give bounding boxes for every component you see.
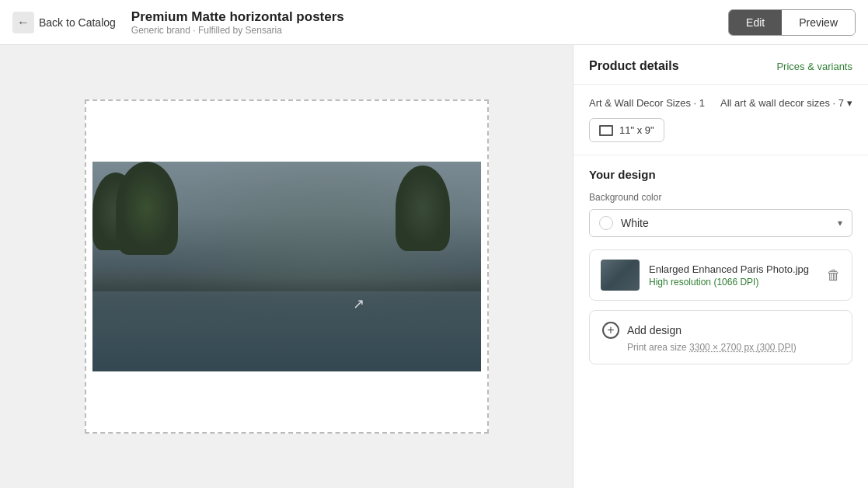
print-area-size: 3300 × 2700 px (300 DPI) bbox=[689, 342, 797, 353]
header-title-block: Premium Matte horizontal posters Generic… bbox=[131, 9, 713, 36]
bg-color-label: Background color bbox=[589, 192, 852, 203]
sizes-dropdown[interactable]: All art & wall decor sizes · 7 ▾ bbox=[720, 97, 852, 109]
color-name: White bbox=[621, 217, 649, 229]
image-info: Enlarged Enhanced Paris Photo.jpg High r… bbox=[649, 263, 817, 288]
delete-image-button[interactable]: 🗑 bbox=[827, 267, 841, 284]
add-design-card[interactable]: + Add design Print area size 3300 × 2700… bbox=[589, 310, 852, 364]
your-design-section: Your design Background color White ▾ Enl… bbox=[573, 155, 868, 377]
color-swatch bbox=[599, 216, 613, 230]
image-resolution: High resolution (1066 DPI) bbox=[649, 277, 817, 288]
right-panel-header: Product details Prices & variants bbox=[573, 45, 868, 85]
sizes-header: Art & Wall Decor Sizes · 1 All art & wal… bbox=[589, 97, 852, 109]
edit-button[interactable]: Edit bbox=[729, 10, 782, 35]
poster-container[interactable]: ↗ bbox=[85, 99, 489, 434]
preview-button[interactable]: Preview bbox=[782, 10, 855, 35]
tree-decoration-3 bbox=[396, 166, 450, 251]
image-card: Enlarged Enhanced Paris Photo.jpg High r… bbox=[589, 249, 852, 301]
sizes-chevron-icon: ▾ bbox=[847, 97, 852, 109]
back-to-catalog-button[interactable]: ← Back to Catalog bbox=[12, 12, 116, 33]
page-subtitle: Generic brand · Fulfilled by Sensaria bbox=[131, 25, 713, 36]
cursor-icon: ↗ bbox=[353, 295, 364, 312]
add-design-plus-icon: + bbox=[602, 322, 619, 339]
page-title: Premium Matte horizontal posters bbox=[131, 9, 713, 25]
image-thumbnail bbox=[601, 260, 640, 291]
edit-preview-toggle: Edit Preview bbox=[728, 9, 856, 36]
product-details-title: Product details bbox=[589, 59, 679, 73]
size-chip[interactable]: 11" x 9" bbox=[589, 118, 664, 142]
paris-scene bbox=[92, 162, 481, 371]
header: ← Back to Catalog Premium Matte horizont… bbox=[0, 0, 868, 45]
your-design-title: Your design bbox=[589, 168, 852, 181]
sizes-label: Art & Wall Decor Sizes · 1 bbox=[589, 97, 705, 109]
sizes-section: Art & Wall Decor Sizes · 1 All art & wal… bbox=[573, 85, 868, 155]
main-layout: ↗ Product details Prices & variants Art … bbox=[0, 45, 868, 488]
right-panel: Product details Prices & variants Art & … bbox=[573, 45, 868, 488]
street-reflection bbox=[92, 291, 481, 371]
tree-decoration-2 bbox=[116, 162, 178, 255]
canvas-panel: ↗ bbox=[0, 45, 573, 488]
prices-variants-link[interactable]: Prices & variants bbox=[776, 61, 852, 72]
all-sizes-label: All art & wall decor sizes · 7 bbox=[720, 97, 844, 109]
size-frame-icon bbox=[599, 125, 613, 136]
back-arrow-icon: ← bbox=[12, 12, 34, 33]
poster-image: ↗ bbox=[92, 162, 481, 371]
color-chevron-icon: ▾ bbox=[838, 218, 842, 228]
color-select-dropdown[interactable]: White ▾ bbox=[589, 209, 852, 237]
selected-size: 11" x 9" bbox=[619, 124, 654, 136]
image-name: Enlarged Enhanced Paris Photo.jpg bbox=[649, 263, 817, 275]
back-label: Back to Catalog bbox=[39, 16, 116, 29]
add-design-label: Add design bbox=[627, 324, 682, 336]
color-select-left: White bbox=[599, 216, 649, 230]
add-design-row: + Add design bbox=[602, 322, 839, 339]
add-design-hint: Print area size 3300 × 2700 px (300 DPI) bbox=[602, 342, 839, 353]
